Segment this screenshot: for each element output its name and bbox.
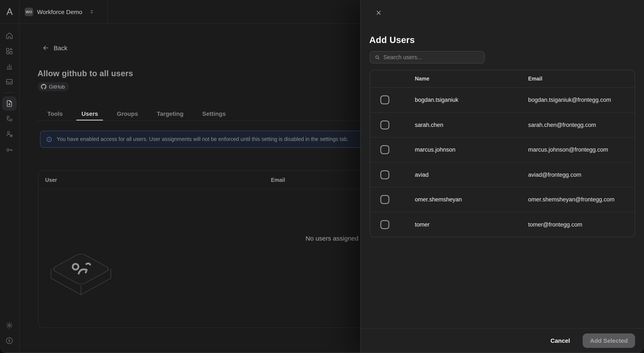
- tab-groups[interactable]: Groups: [112, 106, 143, 120]
- info-icon: [46, 136, 52, 142]
- search-input[interactable]: [383, 54, 480, 60]
- back-label: Back: [54, 44, 68, 51]
- user-name: bogdan.tsiganiuk: [415, 97, 528, 103]
- column-header-email: Email: [271, 171, 285, 190]
- user-email: marcus.johnson@frontegg.com: [528, 147, 635, 153]
- workspace-section-divider: [107, 0, 108, 24]
- sidebar-divider: [19, 0, 20, 352]
- info-banner-text: You have enabled access for all users. U…: [57, 136, 348, 142]
- row-checkbox[interactable]: [380, 120, 389, 130]
- drawer-footer: Cancel Add Selected: [361, 328, 644, 352]
- integration-badge: GitHub: [38, 82, 69, 91]
- workspace-name: Workforce Demo: [37, 8, 82, 15]
- key-icon: [5, 145, 14, 154]
- workspace-switcher[interactable]: WO Workforce Demo: [25, 0, 94, 24]
- sidebar-item-apps[interactable]: [2, 44, 16, 58]
- user-name: marcus.johnson: [415, 147, 528, 153]
- tab-settings[interactable]: Settings: [197, 106, 231, 120]
- cancel-button[interactable]: Cancel: [549, 337, 572, 344]
- workspace-avatar: WO: [25, 8, 33, 16]
- search-icon: [374, 54, 380, 60]
- user-email: aviad@frontegg.com: [528, 172, 635, 178]
- search-box: [370, 51, 485, 64]
- sidebar-item-api-keys[interactable]: [2, 142, 16, 157]
- apps-grid-plus-icon: [5, 47, 14, 55]
- home-icon: [5, 32, 14, 40]
- user-gear-icon: [5, 130, 14, 138]
- page-title: Allow github to all users: [38, 69, 133, 78]
- user-email: omer.shemsheyan@frontegg.com: [528, 196, 635, 203]
- table-row[interactable]: aviad aviad@frontegg.com: [370, 162, 635, 187]
- close-button[interactable]: [373, 7, 384, 18]
- row-checkbox[interactable]: [380, 220, 389, 229]
- sidebar-item-quick-actions[interactable]: [2, 334, 16, 348]
- table-row[interactable]: marcus.johnson marcus.johnson@frontegg.c…: [370, 137, 635, 162]
- table-row[interactable]: omer.shemsheyan omer.shemsheyan@frontegg…: [370, 187, 635, 212]
- bar-chart-icon: [5, 62, 14, 70]
- add-users-drawer: Add Users Name Email: [360, 0, 644, 353]
- integration-badge-label: GitHub: [49, 84, 65, 90]
- table-row[interactable]: bogdan.tsiganiuk bogdan.tsiganiuk@fronte…: [370, 88, 635, 112]
- candidate-users-table-header: Name Email: [370, 70, 635, 88]
- sidebar-item-inbox[interactable]: [2, 74, 16, 89]
- user-email: sarah.chen@frontegg.com: [528, 122, 635, 128]
- drawer-title: Add Users: [369, 35, 415, 45]
- sidebar-item-integrations[interactable]: [2, 112, 16, 126]
- column-header-name: Name: [415, 76, 528, 82]
- close-icon: [375, 9, 382, 16]
- tab-targeting[interactable]: Targeting: [152, 106, 189, 120]
- column-header-email: Email: [528, 76, 635, 82]
- gear-icon: [5, 321, 14, 330]
- user-name: omer.shemsheyan: [415, 196, 528, 203]
- user-email: tomer@frontegg.com: [528, 222, 635, 228]
- tab-users[interactable]: Users: [76, 106, 103, 120]
- column-header-user: User: [45, 171, 57, 190]
- user-name: sarah.chen: [415, 122, 528, 128]
- user-name: tomer: [415, 222, 528, 228]
- sidebar-item-user-settings[interactable]: [2, 127, 16, 141]
- sidebar-item-settings[interactable]: [2, 318, 16, 332]
- user-email: bogdan.tsiganiuk@frontegg.com: [528, 97, 635, 103]
- candidate-users-rows: bogdan.tsiganiuk bogdan.tsiganiuk@fronte…: [370, 88, 635, 237]
- row-checkbox[interactable]: [380, 96, 389, 104]
- table-row[interactable]: sarah.chen sarah.chen@frontegg.com: [370, 112, 635, 137]
- inbox-icon: [5, 78, 14, 86]
- sidebar-group-divider: [4, 92, 14, 93]
- back-button[interactable]: Back: [42, 44, 68, 52]
- app-logo: A: [0, 0, 19, 24]
- app-window: A WO Workforce Demo: [0, 0, 644, 353]
- file-plus-icon: [5, 99, 14, 108]
- topbar-divider: [0, 24, 360, 24]
- row-checkbox[interactable]: [380, 195, 389, 204]
- row-checkbox[interactable]: [380, 146, 389, 154]
- lightning-circle-icon: [5, 336, 14, 345]
- back-arrow-icon: [42, 44, 50, 52]
- user-name: aviad: [415, 172, 528, 178]
- row-checkbox[interactable]: [380, 170, 389, 179]
- tab-tools[interactable]: Tools: [42, 106, 68, 120]
- unfold-chevrons-icon: [89, 9, 94, 14]
- sidebar-item-home[interactable]: [2, 28, 16, 43]
- sidebar-item-mcp-servers[interactable]: [2, 96, 16, 111]
- github-icon: [41, 84, 46, 90]
- table-row[interactable]: tomer tomer@frontegg.com: [370, 212, 635, 237]
- integrations-icon: [5, 114, 14, 123]
- sidebar-item-analytics[interactable]: [2, 59, 16, 73]
- tab-bar: Tools Users Groups Targeting Settings: [42, 106, 231, 120]
- add-selected-button[interactable]: Add Selected: [583, 334, 635, 348]
- candidate-users-table: Name Email bogdan.tsiganiuk bogdan.tsiga…: [370, 70, 635, 237]
